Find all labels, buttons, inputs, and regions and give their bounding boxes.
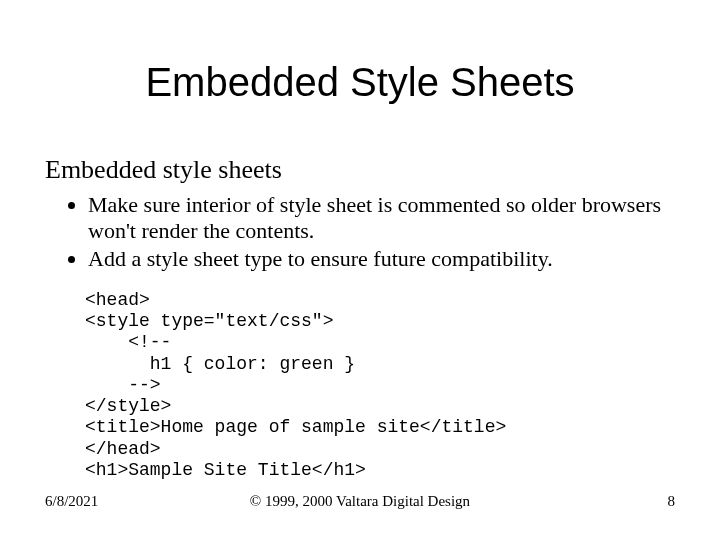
footer-page-number: 8 [668, 493, 676, 510]
slide-title: Embedded Style Sheets [0, 60, 720, 105]
bullet-list: Make sure interior of style sheet is com… [60, 192, 670, 274]
slide: Embedded Style Sheets Embedded style she… [0, 0, 720, 540]
list-item: Add a style sheet type to ensure future … [88, 246, 670, 272]
list-item: Make sure interior of style sheet is com… [88, 192, 670, 244]
slide-subheading: Embedded style sheets [45, 155, 282, 185]
footer-copyright: © 1999, 2000 Valtara Digital Design [45, 493, 675, 510]
code-sample: <head> <style type="text/css"> <!-- h1 {… [85, 290, 506, 481]
